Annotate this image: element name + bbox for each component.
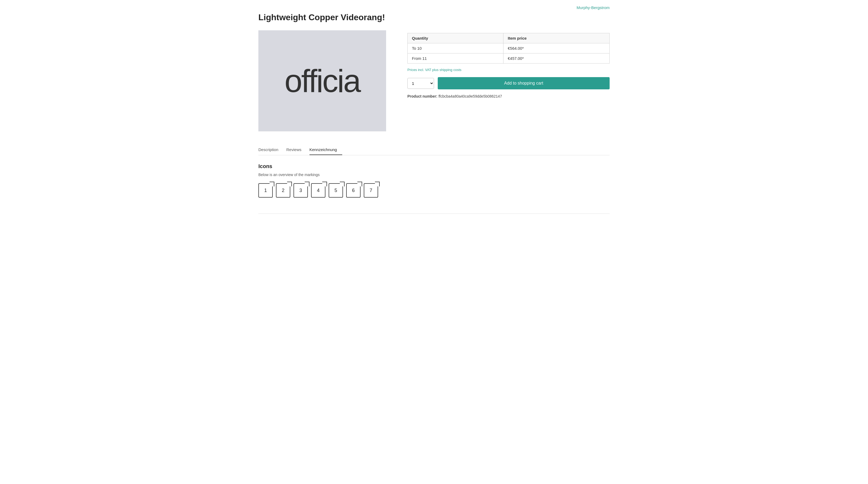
vendor-link-wrapper: Murphy-Bergstrom [258,5,610,10]
product-title: Lightweight Copper Videorang! [258,12,610,22]
icon-badge-3: 3 [293,183,308,198]
price-table-col1-header: Quantity [408,33,503,43]
section-description: Below is an overview of the markings [258,172,610,177]
prices-note[interactable]: Prices incl. VAT plus shipping costs [407,68,610,72]
product-info: Quantity Item price To 10€564.00*From 11… [407,30,610,98]
icon-badge-6: 6 [346,183,361,198]
tab-content: Icons Below is an overview of the markin… [258,163,610,198]
icon-badge-5: 5 [329,183,343,198]
icon-badge-4: 4 [311,183,326,198]
product-number: Product number: ffcbcba4a80a40ca9e59dde5… [407,94,610,98]
page-footer [258,214,610,217]
product-number-label: Product number: [407,94,437,98]
price-table-quantity-cell: From 11 [408,54,503,64]
price-table-price-cell: €564.00* [503,43,610,54]
tab-description[interactable]: Description [258,145,284,155]
price-table-row: From 11€457.00* [408,54,610,64]
section-title: Icons [258,163,610,169]
add-to-cart-row: 12345678910 Add to shopping cart [407,77,610,89]
product-image-wrapper: officia [258,30,386,131]
add-to-cart-button[interactable]: Add to shopping cart [438,77,610,89]
page-container: Murphy-Bergstrom Lightweight Copper Vide… [248,0,620,232]
tabs-section: DescriptionReviewsKennzeichnung Icons Be… [258,145,610,198]
price-table-row: To 10€564.00* [408,43,610,54]
product-layout: officia Quantity Item price To 10€564.00… [258,30,610,131]
icon-badge-2: 2 [276,183,290,198]
tab-reviews[interactable]: Reviews [286,145,307,155]
icon-badge-7: 7 [364,183,378,198]
product-number-value: ffcbcba4a80a40ca9e59dde5b0862147 [438,94,502,98]
tabs-list: DescriptionReviewsKennzeichnung [258,145,610,155]
product-image-text: officia [284,63,360,99]
icon-badge-1: 1 [258,183,273,198]
tab-kennzeichnung[interactable]: Kennzeichnung [309,145,342,155]
price-table-price-cell: €457.00* [503,54,610,64]
price-table-quantity-cell: To 10 [408,43,503,54]
price-table: Quantity Item price To 10€564.00*From 11… [407,33,610,64]
vendor-link[interactable]: Murphy-Bergstrom [577,5,610,10]
quantity-select[interactable]: 12345678910 [407,78,434,89]
product-image: officia [258,30,386,131]
icon-badges: 1234567 [258,183,610,198]
price-table-col2-header: Item price [503,33,610,43]
